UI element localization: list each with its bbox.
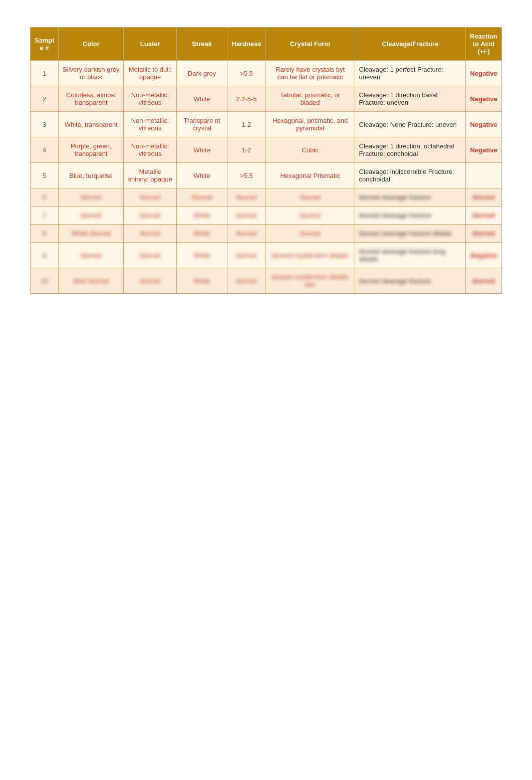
cell-sample: 2: [31, 86, 59, 112]
header-sample: Sample #: [31, 28, 59, 61]
table-row: 7blurredblurredWhiteblurredblurredblurre…: [31, 207, 502, 225]
cell-reaction: blurred: [466, 207, 502, 225]
cell-hardness: 1-2: [227, 112, 265, 137]
cell-cleavage: blurred cleavage fracture long details: [355, 243, 465, 268]
cell-cleavage: Cleavage: indiscernible Fracture: concho…: [355, 163, 465, 188]
cell-streak: White: [176, 137, 227, 163]
cell-luster: Non-metallic: vitreous: [124, 86, 176, 112]
cell-reaction: Negative: [466, 61, 502, 86]
cell-streak: White: [176, 207, 227, 225]
cell-streak: White: [176, 163, 227, 188]
cell-sample: 7: [31, 207, 59, 225]
cell-luster: blurred: [124, 243, 176, 268]
cell-luster: Non-metallic: vitreous: [124, 137, 176, 163]
header-streak: Streak: [176, 28, 227, 61]
cell-color: Silvery darkish grey or black: [59, 61, 124, 86]
cell-crystal: Rarely have crystals byt can be flat or …: [265, 61, 355, 86]
cell-streak: blurred: [176, 188, 227, 207]
cell-cleavage: blurred cleavage fracture details: [355, 225, 465, 243]
cell-color: White, transparent: [59, 112, 124, 137]
table-header-row: Sample # Color Luster Streak Hardness Cr…: [31, 28, 502, 61]
table-row: 6blurredblurredblurredblurredblurredblur…: [31, 188, 502, 207]
table-row: 2Colorless, almost transparentNon-metall…: [31, 86, 502, 112]
table-row: 1Silvery darkish grey or blackMetallic t…: [31, 61, 502, 86]
cell-streak: White: [176, 243, 227, 268]
cell-hardness: blurred: [227, 188, 265, 207]
cell-cleavage: Cleavage: 1 perfect Fracture: uneven: [355, 61, 465, 86]
cell-hardness: 2.2-5-5: [227, 86, 265, 112]
cell-color: White blurred: [59, 225, 124, 243]
cell-luster: blurred: [124, 188, 176, 207]
cell-hardness: >5.5: [227, 163, 265, 188]
cell-crystal: blurred: [265, 225, 355, 243]
header-luster: Luster: [124, 28, 176, 61]
cell-luster: blurred: [124, 268, 176, 294]
cell-streak: White: [176, 86, 227, 112]
cell-color: Blue, turquoise: [59, 163, 124, 188]
cell-luster: Non-metallic: vitreous: [124, 112, 176, 137]
cell-cleavage: blurred cleavage fracture: [355, 268, 465, 294]
cell-hardness: 1-2: [227, 137, 265, 163]
cell-hardness: blurred: [227, 225, 265, 243]
table-row: 3White, transparentNon-metallic: vitreou…: [31, 112, 502, 137]
cell-reaction: blurred: [466, 268, 502, 294]
cell-reaction: blurred: [466, 188, 502, 207]
cell-sample: 5: [31, 163, 59, 188]
header-cleavage: Cleavage/Fracture: [355, 28, 465, 61]
cell-cleavage: Cleavage: 1 direction, octahedral Fractu…: [355, 137, 465, 163]
cell-crystal: Hexagonal Prismatic: [265, 163, 355, 188]
cell-crystal: blurred crystal form details: [265, 243, 355, 268]
cell-cleavage: Cleavage: 1 direction basal Fracture: un…: [355, 86, 465, 112]
cell-hardness: >5.5: [227, 61, 265, 86]
table-row: 4Purple, green, transparentNon-metallic:…: [31, 137, 502, 163]
table-row: 5Blue, turquoiseMetallic shinny: opaqueW…: [31, 163, 502, 188]
cell-streak: White: [176, 268, 227, 294]
cell-cleavage: Cleavage: None Fracture: uneven: [355, 112, 465, 137]
cell-crystal: Cubic: [265, 137, 355, 163]
cell-crystal: Hexagonal, prismatic, and pyramidal: [265, 112, 355, 137]
cell-color: blurred: [59, 243, 124, 268]
cell-reaction: Negative: [466, 112, 502, 137]
cell-reaction: Negative: [466, 243, 502, 268]
header-hardness: Hardness: [227, 28, 265, 61]
cell-sample: 8: [31, 225, 59, 243]
table-row: 8White blurredblurredWhiteblurredblurred…: [31, 225, 502, 243]
cell-sample: 1: [31, 61, 59, 86]
cell-luster: Metallic shinny: opaque: [124, 163, 176, 188]
cell-cleavage: blurred cleavage fracture: [355, 207, 465, 225]
cell-color: Purple, green, transparent: [59, 137, 124, 163]
cell-hardness: blurred: [227, 207, 265, 225]
cell-color: blurred: [59, 207, 124, 225]
table-row: 10Blue blurredblurredWhiteblurredblurred…: [31, 268, 502, 294]
cell-streak: White: [176, 225, 227, 243]
cell-color: Blue blurred: [59, 268, 124, 294]
cell-reaction: blurred: [466, 225, 502, 243]
cell-reaction: Negative: [466, 86, 502, 112]
table-row: 9blurredblurredWhiteblurredblurred cryst…: [31, 243, 502, 268]
header-crystal: Crystal Form: [265, 28, 355, 61]
cell-sample: 4: [31, 137, 59, 163]
cell-sample: 10: [31, 268, 59, 294]
cell-color: blurred: [59, 188, 124, 207]
cell-hardness: blurred: [227, 243, 265, 268]
cell-sample: 3: [31, 112, 59, 137]
cell-reaction: [466, 163, 502, 188]
cell-crystal: Tabular, prismatic, or bladed: [265, 86, 355, 112]
cell-hardness: blurred: [227, 268, 265, 294]
cell-luster: Metallic to dull: opaque: [124, 61, 176, 86]
header-color: Color: [59, 28, 124, 61]
header-reaction: Reactionto Acid(+/-): [466, 28, 502, 61]
cell-sample: 9: [31, 243, 59, 268]
cell-streak: Transpare nt crystal: [176, 112, 227, 137]
cell-luster: blurred: [124, 225, 176, 243]
cell-streak: Dark grey: [176, 61, 227, 86]
cell-reaction: Negative: [466, 137, 502, 163]
mineral-table: Sample # Color Luster Streak Hardness Cr…: [30, 27, 502, 294]
cell-crystal: blurred: [265, 207, 355, 225]
cell-sample: 6: [31, 188, 59, 207]
cell-cleavage: blurred cleavage fracture: [355, 188, 465, 207]
cell-luster: blurred: [124, 207, 176, 225]
cell-crystal: blurred: [265, 188, 355, 207]
cell-color: Colorless, almost transparent: [59, 86, 124, 112]
cell-crystal: blurred crystal form details two: [265, 268, 355, 294]
